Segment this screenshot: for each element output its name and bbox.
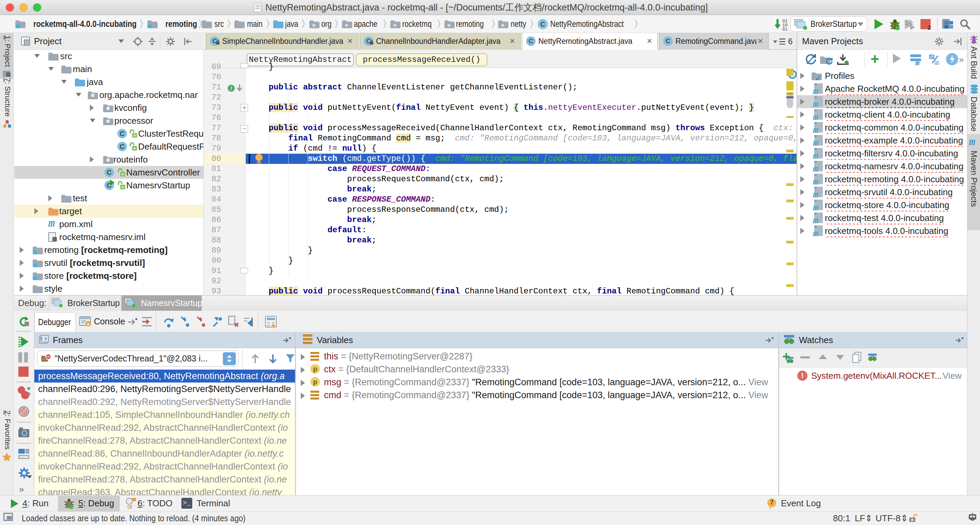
svg-text:m: m xyxy=(915,60,920,66)
svg-text:01: 01 xyxy=(782,27,788,31)
